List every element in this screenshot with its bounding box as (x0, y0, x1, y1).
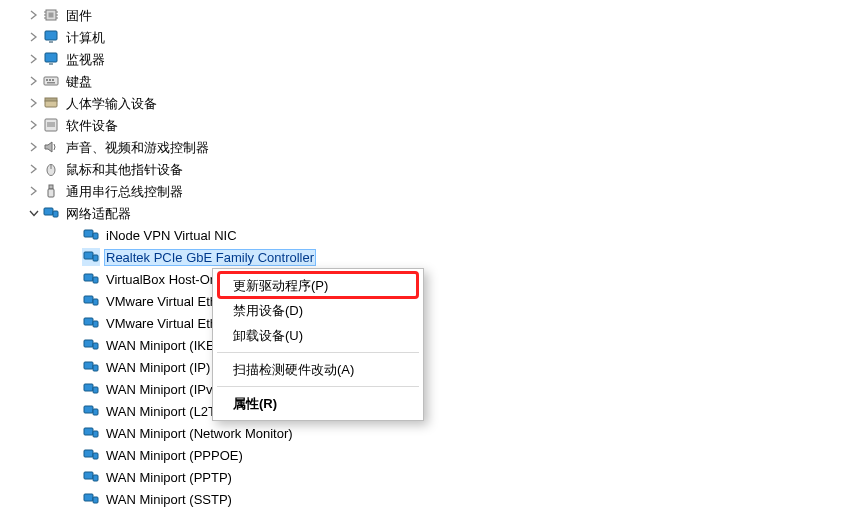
network-adapter-icon (82, 226, 100, 244)
keyboard-icon (42, 72, 60, 90)
chevron-right-icon[interactable] (26, 186, 42, 196)
adapter-label: WAN Miniport (PPTP) (104, 469, 234, 486)
svg-rect-49 (84, 472, 93, 479)
adapter-label: VMware Virtual Eth (104, 293, 219, 310)
svg-rect-34 (93, 299, 98, 305)
svg-rect-46 (93, 431, 98, 437)
svg-rect-36 (93, 321, 98, 327)
category-label: 固件 (64, 7, 94, 24)
svg-rect-25 (44, 208, 53, 215)
adapter-item[interactable]: Realtek PCIe GbE Family Controller (0, 246, 861, 268)
svg-rect-23 (49, 185, 53, 189)
adapter-label: iNode VPN Virtual NIC (104, 227, 239, 244)
svg-rect-37 (84, 340, 93, 347)
chevron-right-icon[interactable] (26, 142, 42, 152)
adapter-item[interactable]: WAN Miniport (L2TP) (0, 400, 861, 422)
category-firmware[interactable]: 固件 (0, 4, 861, 26)
adapter-item[interactable]: WAN Miniport (PPTP) (0, 466, 861, 488)
svg-rect-26 (53, 211, 58, 217)
category-label: 通用串行总线控制器 (64, 183, 185, 200)
category-label: 键盘 (64, 73, 94, 90)
network-adapter-icon (82, 424, 100, 442)
category-usb[interactable]: 通用串行总线控制器 (0, 180, 861, 202)
adapter-label: WAN Miniport (IPv (104, 381, 214, 398)
adapter-label: WAN Miniport (IP) (104, 359, 212, 376)
network-adapter-icon (82, 336, 100, 354)
chevron-down-icon[interactable] (26, 208, 42, 218)
chevron-right-icon[interactable] (26, 54, 42, 64)
svg-rect-28 (93, 233, 98, 239)
hid-icon (42, 94, 60, 112)
svg-rect-51 (84, 494, 93, 501)
svg-rect-35 (84, 318, 93, 325)
svg-rect-41 (84, 384, 93, 391)
category-mouse[interactable]: 鼠标和其他指针设备 (0, 158, 861, 180)
category-software[interactable]: 软件设备 (0, 114, 861, 136)
chip-icon (42, 6, 60, 24)
network-adapter-icon (82, 292, 100, 310)
menu-uninstall-device[interactable]: 卸载设备(U) (215, 323, 421, 348)
network-adapter-icon (82, 270, 100, 288)
category-network-adapters[interactable]: 网络适配器 (0, 202, 861, 224)
category-computer[interactable]: 计算机 (0, 26, 861, 48)
adapter-item[interactable]: WAN Miniport (IKE (0, 334, 861, 356)
svg-rect-44 (93, 409, 98, 415)
network-adapter-icon (82, 358, 100, 376)
category-label: 监视器 (64, 51, 107, 68)
chevron-right-icon[interactable] (26, 10, 42, 20)
network-adapter-icon (42, 204, 60, 222)
menu-properties[interactable]: 属性(R) (215, 391, 421, 416)
chevron-right-icon[interactable] (26, 120, 42, 130)
network-adapter-icon (82, 468, 100, 486)
menu-scan-hardware[interactable]: 扫描检测硬件改动(A) (215, 357, 421, 382)
category-label: 软件设备 (64, 117, 120, 134)
adapter-label: VirtualBox Host-On (104, 271, 219, 288)
chevron-right-icon[interactable] (26, 164, 42, 174)
adapter-item[interactable]: WAN Miniport (SSTP) (0, 488, 861, 510)
adapter-item[interactable]: WAN Miniport (IPv (0, 378, 861, 400)
adapter-item[interactable]: VirtualBox Host-On (0, 268, 861, 290)
svg-rect-16 (47, 82, 55, 84)
svg-rect-32 (93, 277, 98, 283)
chevron-right-icon[interactable] (26, 32, 42, 42)
svg-rect-42 (93, 387, 98, 393)
menu-separator (217, 386, 419, 387)
network-adapter-icon (82, 490, 100, 508)
svg-rect-24 (48, 189, 54, 197)
svg-rect-18 (45, 98, 57, 101)
adapter-item[interactable]: WAN Miniport (IP) (0, 356, 861, 378)
svg-rect-14 (49, 79, 51, 81)
category-monitor[interactable]: 监视器 (0, 48, 861, 70)
svg-rect-33 (84, 296, 93, 303)
svg-rect-11 (49, 63, 53, 65)
category-hid[interactable]: 人体学输入设备 (0, 92, 861, 114)
adapter-label: WAN Miniport (IKE (104, 337, 217, 354)
software-icon (42, 116, 60, 134)
adapter-item[interactable]: iNode VPN Virtual NIC (0, 224, 861, 246)
svg-rect-29 (84, 252, 93, 259)
chevron-right-icon[interactable] (26, 98, 42, 108)
adapter-item[interactable]: WAN Miniport (Network Monitor) (0, 422, 861, 444)
network-adapter-icon (82, 314, 100, 332)
adapter-item[interactable]: VMware Virtual Eth (0, 290, 861, 312)
svg-rect-27 (84, 230, 93, 237)
adapter-label: WAN Miniport (PPPOE) (104, 447, 245, 464)
adapter-item[interactable]: VMware Virtual Eth (0, 312, 861, 334)
svg-rect-48 (93, 453, 98, 459)
menu-disable-device[interactable]: 禁用设备(D) (215, 298, 421, 323)
device-tree: 固件 计算机 监视器 键盘 人体学输入设备 软件设备 声音、视频和游戏控制器 鼠… (0, 0, 861, 510)
svg-rect-1 (49, 13, 54, 18)
usb-icon (42, 182, 60, 200)
svg-rect-20 (47, 122, 55, 127)
mouse-icon (42, 160, 60, 178)
menu-update-driver[interactable]: 更新驱动程序(P) (215, 273, 421, 298)
adapter-item[interactable]: WAN Miniport (PPPOE) (0, 444, 861, 466)
chevron-right-icon[interactable] (26, 76, 42, 86)
speaker-icon (42, 138, 60, 156)
svg-rect-47 (84, 450, 93, 457)
category-keyboard[interactable]: 键盘 (0, 70, 861, 92)
svg-rect-52 (93, 497, 98, 503)
category-label: 网络适配器 (64, 205, 133, 222)
svg-rect-31 (84, 274, 93, 281)
category-sound[interactable]: 声音、视频和游戏控制器 (0, 136, 861, 158)
